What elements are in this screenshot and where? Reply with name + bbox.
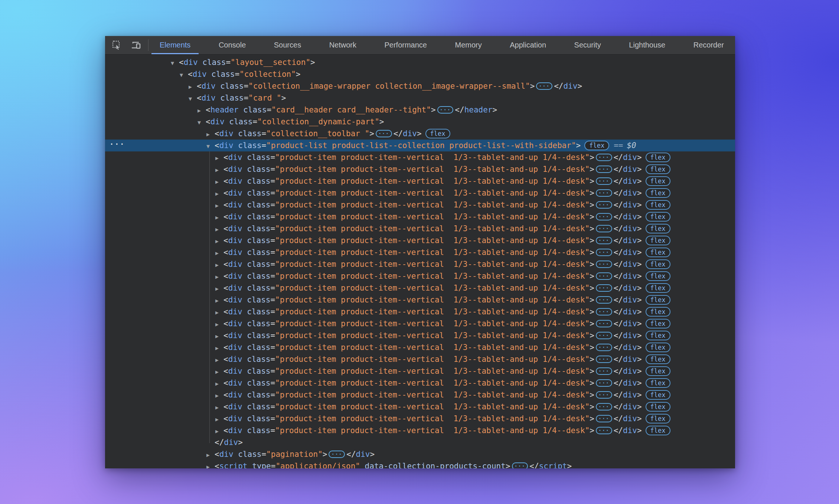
expand-arrow-icon[interactable]: ▶ <box>215 366 223 378</box>
expand-arrow-icon[interactable]: ▶ <box>215 413 223 425</box>
flex-badge[interactable]: flex <box>646 236 670 245</box>
flex-badge[interactable]: flex <box>646 164 670 174</box>
tree-row[interactable]: ▼<div class="layout__section"> <box>105 56 735 68</box>
tab-memory[interactable]: Memory <box>447 36 490 54</box>
expand-arrow-icon[interactable]: ▶ <box>215 247 223 259</box>
inspect-icon[interactable] <box>110 39 124 52</box>
expand-children-button[interactable]: ··· <box>596 201 612 209</box>
flex-badge[interactable]: flex <box>425 129 450 138</box>
expand-children-button[interactable]: ··· <box>596 166 612 173</box>
tree-row[interactable]: ▼<div class="card "> <box>105 92 735 104</box>
expand-children-button[interactable]: ··· <box>536 82 552 90</box>
tree-row[interactable]: ▶<div class="collection__image-wrapper c… <box>105 80 735 92</box>
tree-row[interactable]: ▼<div class="collection__dynamic-part"> <box>105 116 735 128</box>
tree-row[interactable]: ▶<div class="product-item product-item--… <box>105 175 735 187</box>
expand-children-button[interactable]: ··· <box>596 308 612 315</box>
flex-badge[interactable]: flex <box>646 200 670 210</box>
tree-row[interactable]: ▶<div class="product-item product-item--… <box>105 246 735 258</box>
flex-badge[interactable]: flex <box>646 390 670 400</box>
elements-tree[interactable]: ▼<div class="layout__section">▼<div clas… <box>105 55 735 468</box>
tree-row[interactable]: ▶<div class="product-item product-item--… <box>105 365 735 377</box>
expand-children-button[interactable]: ··· <box>596 213 612 220</box>
tab-sources[interactable]: Sources <box>266 36 309 54</box>
expand-children-button[interactable]: ··· <box>596 284 612 292</box>
tree-row[interactable]: ▶<div class="product-item product-item--… <box>105 282 735 294</box>
tree-row[interactable]: ▼<div class="collection"> <box>105 68 735 80</box>
tree-row[interactable]: ▶<div class="product-item product-item--… <box>105 425 735 436</box>
expand-children-button[interactable]: ··· <box>596 261 612 268</box>
expand-arrow-icon[interactable]: ▶ <box>215 212 223 223</box>
tree-row[interactable]: ▶<div class="product-item product-item--… <box>105 330 735 341</box>
tab-application[interactable]: Application <box>502 36 554 54</box>
expand-arrow-icon[interactable]: ▶ <box>197 105 206 117</box>
flex-badge[interactable]: flex <box>646 426 670 435</box>
expand-arrow-icon[interactable]: ▶ <box>215 390 223 402</box>
flex-badge[interactable]: flex <box>646 248 670 257</box>
tree-row[interactable]: ▶<script type="application/json" data-co… <box>105 460 735 468</box>
expand-arrow-icon[interactable]: ▶ <box>189 81 197 93</box>
flex-badge[interactable]: flex <box>646 343 670 352</box>
flex-badge[interactable]: flex <box>646 153 670 162</box>
expand-children-button[interactable]: ··· <box>596 332 612 339</box>
flex-badge[interactable]: flex <box>584 141 609 150</box>
expand-arrow-icon[interactable]: ▶ <box>215 295 223 307</box>
tree-row[interactable]: ▶<div class="product-item product-item--… <box>105 270 735 282</box>
expand-arrow-icon[interactable]: ▶ <box>215 164 223 176</box>
expand-children-button[interactable]: ··· <box>596 356 612 363</box>
expand-arrow-icon[interactable]: ▶ <box>215 330 223 342</box>
expand-arrow-icon[interactable]: ▼ <box>189 93 197 105</box>
tree-row[interactable]: ▶<div class="product-item product-item--… <box>105 151 735 163</box>
expand-children-button[interactable]: ··· <box>596 344 612 351</box>
device-toolbar-icon[interactable] <box>130 39 143 52</box>
tree-row[interactable]: ▶<div class="product-item product-item--… <box>105 353 735 365</box>
tree-row[interactable]: ▶<div class="product-item product-item--… <box>105 163 735 175</box>
expand-arrow-icon[interactable]: ▶ <box>215 176 223 188</box>
tab-performance[interactable]: Performance <box>376 36 435 54</box>
expand-arrow-icon[interactable]: ▼ <box>206 140 215 152</box>
tab-lighthouse[interactable]: Lighthouse <box>621 36 673 54</box>
tab-console[interactable]: Console <box>210 36 254 54</box>
tree-row[interactable]: </div> <box>105 436 735 448</box>
expand-arrow-icon[interactable]: ▶ <box>215 235 223 247</box>
expand-children-button[interactable]: ··· <box>596 177 612 185</box>
expand-children-button[interactable]: ··· <box>512 462 528 468</box>
tab-elements[interactable]: Elements <box>151 36 199 54</box>
flex-badge[interactable]: flex <box>646 378 670 388</box>
tree-row[interactable]: ▶<div class="product-item product-item--… <box>105 389 735 401</box>
expand-children-button[interactable]: ··· <box>437 106 454 114</box>
tree-row[interactable]: ▶<div class="product-item product-item--… <box>105 318 735 330</box>
tree-row[interactable]: ▶<div class="product-item product-item--… <box>105 306 735 318</box>
tree-row[interactable]: ▶<div class="pagination">···</div> <box>105 448 735 460</box>
flex-badge[interactable]: flex <box>646 414 670 423</box>
expand-children-button[interactable]: ··· <box>596 320 612 327</box>
expand-children-button[interactable]: ··· <box>596 272 612 280</box>
tree-row[interactable]: ▶<div class="product-item product-item--… <box>105 341 735 353</box>
expand-arrow-icon[interactable]: ▶ <box>215 354 223 366</box>
expand-arrow-icon[interactable]: ▶ <box>215 223 223 235</box>
expand-children-button[interactable]: ··· <box>376 130 392 137</box>
expand-arrow-icon[interactable]: ▶ <box>215 425 223 437</box>
expand-arrow-icon[interactable]: ▶ <box>215 200 223 212</box>
expand-children-button[interactable]: ··· <box>596 189 612 197</box>
expand-children-button[interactable]: ··· <box>596 403 612 410</box>
tab-network[interactable]: Network <box>321 36 365 54</box>
expand-children-button[interactable]: ··· <box>329 451 345 458</box>
expand-arrow-icon[interactable]: ▶ <box>206 128 215 140</box>
expand-children-button[interactable]: ··· <box>596 154 612 161</box>
expand-children-button[interactable]: ··· <box>596 391 612 399</box>
tab-recorder[interactable]: Recorder <box>685 36 732 54</box>
expand-arrow-icon[interactable]: ▼ <box>180 69 188 81</box>
expand-arrow-icon[interactable]: ▶ <box>215 259 223 271</box>
row-actions-dots-icon[interactable]: ··· <box>110 138 125 150</box>
tree-row[interactable]: ▶<div class="product-item product-item--… <box>105 413 735 425</box>
tree-row[interactable]: ▶<div class="product-item product-item--… <box>105 258 735 270</box>
flex-badge[interactable]: flex <box>646 354 670 364</box>
expand-arrow-icon[interactable]: ▶ <box>215 378 223 390</box>
flex-badge[interactable]: flex <box>646 331 670 340</box>
flex-badge[interactable]: flex <box>646 402 670 412</box>
expand-arrow-icon[interactable]: ▶ <box>206 449 215 461</box>
tree-row[interactable]: ▶<div class="product-item product-item--… <box>105 235 735 246</box>
expand-children-button[interactable]: ··· <box>596 367 612 375</box>
expand-arrow-icon[interactable]: ▶ <box>215 271 223 283</box>
tree-row[interactable]: ▶<div class="product-item product-item--… <box>105 199 735 211</box>
